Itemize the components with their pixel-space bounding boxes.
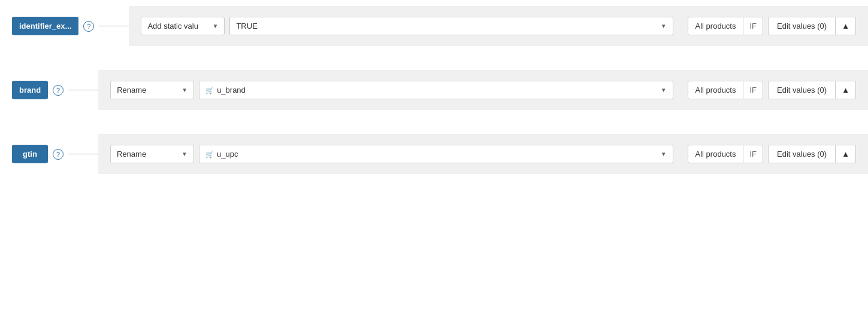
all-products-button[interactable]: All products [688,17,744,35]
help-icon[interactable]: ? [53,85,63,96]
row-identifier: identifier_ex...?Add static valu▼TRUE▼Al… [0,6,868,46]
row-gtin: gtin?Rename▼🛒u_upc▼All productsIFEdit va… [0,134,868,174]
connector-line [99,26,129,26]
connector-line [68,154,98,154]
edit-values-button[interactable]: Edit values (0) [768,17,836,35]
field-label: gtin [12,145,48,163]
if-button[interactable]: IF [743,17,763,35]
all-products-button[interactable]: All products [688,145,744,163]
edit-values-button[interactable]: Edit values (0) [768,145,836,163]
action-chevron-icon: ▼ [182,87,187,93]
if-button[interactable]: IF [743,81,763,99]
if-button[interactable]: IF [743,145,763,163]
field-value-text: u_brand [217,86,246,95]
value-dropdown[interactable]: TRUE▼ [229,17,673,35]
action-dropdown[interactable]: Add static valu▼ [141,17,225,35]
up-arrow-button[interactable]: ▲ [836,145,856,163]
all-products-group: All productsIF [688,81,763,99]
cart-icon: 🛒 [205,87,214,94]
help-icon[interactable]: ? [53,149,63,160]
action-chevron-icon: ▼ [182,151,187,157]
all-products-group: All productsIF [688,17,763,35]
field-value-text: TRUE [236,22,257,31]
rows-container: identifier_ex...?Add static valu▼TRUE▼Al… [0,0,868,180]
action-dropdown[interactable]: Rename▼ [110,81,194,99]
edit-values-button[interactable]: Edit values (0) [768,81,836,99]
all-products-group: All productsIF [688,145,763,163]
up-arrow-button[interactable]: ▲ [836,81,856,99]
action-label: Add static valu [147,22,198,31]
connector-line [68,90,98,90]
field-label: brand [12,81,48,99]
value-chevron-icon: ▼ [661,151,667,157]
all-products-button[interactable]: All products [688,81,744,99]
help-icon[interactable]: ? [83,21,94,32]
edit-values-group: Edit values (0)▲ [768,145,856,163]
value-chevron-icon: ▼ [661,23,667,29]
field-value-text: u_upc [217,150,238,158]
edit-values-group: Edit values (0)▲ [768,17,856,35]
action-label: Rename [117,86,146,95]
value-dropdown[interactable]: 🛒u_brand▼ [199,81,673,99]
cart-icon: 🛒 [205,151,214,158]
action-dropdown[interactable]: Rename▼ [110,145,194,163]
action-chevron-icon: ▼ [213,23,219,29]
value-chevron-icon: ▼ [661,87,667,93]
value-dropdown[interactable]: 🛒u_upc▼ [199,145,673,163]
edit-values-group: Edit values (0)▲ [768,81,856,99]
row-brand: brand?Rename▼🛒u_brand▼All productsIFEdit… [0,70,868,110]
up-arrow-button[interactable]: ▲ [836,17,856,35]
action-label: Rename [117,150,146,158]
field-label: identifier_ex... [12,17,78,35]
